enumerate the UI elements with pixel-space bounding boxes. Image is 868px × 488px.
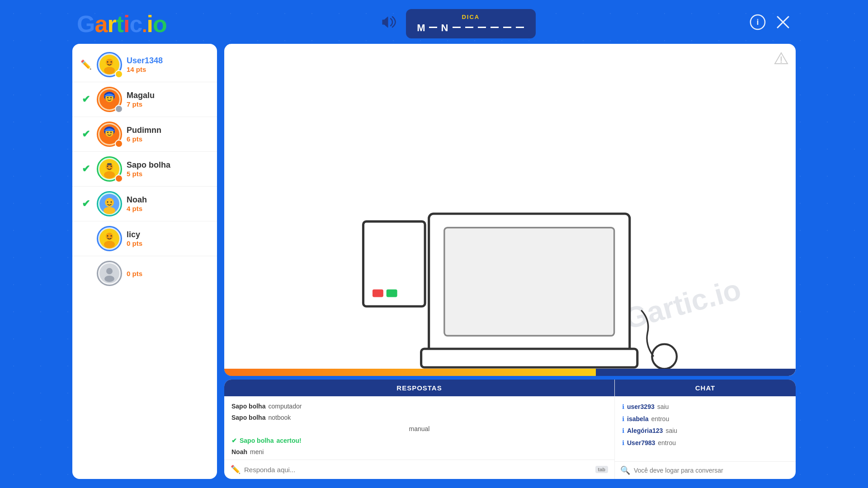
player-status-check: ✔ — [80, 163, 92, 175]
avatar-badge — [115, 70, 123, 78]
player-name: licy — [127, 230, 210, 239]
response-correct-text: acertou! — [276, 435, 301, 446]
player-status-pencil: ✏️ — [80, 59, 92, 70]
dica-blank-2 — [453, 27, 461, 28]
svg-rect-41 — [387, 289, 397, 297]
responses-section: RESPOSTAS Sapo bolha computador Sapo bol… — [224, 380, 615, 479]
dica-blank-4 — [478, 27, 486, 28]
avatar-container — [97, 52, 122, 77]
dica-box: DICA M N — [406, 9, 535, 38]
check-icon: ✔ — [82, 94, 90, 105]
chat-user: user3293 — [627, 401, 655, 413]
content-area: ✏️ Us — [72, 44, 796, 479]
chat-line: ℹ isabela entrou — [622, 413, 788, 425]
bottom-panel: RESPOSTAS Sapo bolha computador Sapo bol… — [224, 380, 796, 479]
respostas-header: RESPOSTAS — [224, 380, 614, 396]
player-points: 4 pts — [127, 205, 210, 212]
chat-info-icon: ℹ — [622, 401, 624, 413]
chat-action: saiu — [657, 401, 669, 413]
drawing-canvas: Gartic.io — [224, 44, 796, 376]
player-points: 14 pts — [127, 66, 210, 73]
check-icon: ✔ — [82, 163, 90, 174]
svg-point-23 — [111, 166, 112, 167]
main-container: Gartic.io DICA M N — [72, 9, 796, 479]
dica-blank-6 — [503, 27, 511, 28]
svg-text:Gartic.io: Gartic.io — [621, 273, 744, 336]
svg-point-22 — [107, 166, 108, 167]
chat-info-icon: ℹ — [622, 425, 624, 437]
answer-input[interactable] — [244, 466, 592, 474]
player-info: User1348 14 pts — [127, 56, 210, 73]
chat-info-icon: ℹ — [622, 413, 624, 425]
timer-bar-fill — [224, 369, 596, 376]
response-user: Noah — [231, 446, 247, 458]
close-button[interactable] — [775, 14, 791, 34]
dica-blank-7 — [516, 27, 524, 28]
player-info: Noah 4 pts — [127, 195, 210, 212]
player-name: Pudimnn — [127, 126, 210, 135]
chat-header: CHAT — [615, 380, 796, 396]
chat-user: Alegória123 — [627, 425, 663, 437]
logo: Gartic.io — [77, 10, 167, 38]
player-name: User1348 — [127, 56, 210, 66]
chat-section: CHAT ℹ user3293 saiu ℹ isabela entrou — [615, 380, 796, 479]
svg-point-28 — [107, 202, 108, 203]
chat-input[interactable] — [634, 467, 790, 474]
svg-point-21 — [104, 171, 115, 178]
avatar-container — [97, 261, 122, 286]
player-status-check: ✔ — [80, 198, 92, 210]
svg-point-6 — [104, 67, 115, 74]
avatar-container — [97, 122, 122, 147]
chat-action: saiu — [665, 425, 677, 437]
player-points: 0 pts — [127, 270, 210, 277]
svg-point-37 — [104, 276, 114, 282]
player-info: Magalu 7 pts — [127, 91, 210, 108]
chat-info-icon: ℹ — [622, 437, 624, 449]
svg-point-26 — [105, 198, 114, 207]
svg-point-36 — [106, 268, 113, 274]
response-text: computador — [268, 401, 302, 412]
svg-point-33 — [107, 235, 108, 237]
dica-letter-m: M — [417, 22, 425, 34]
svg-rect-44 — [421, 349, 637, 367]
response-user-correct: Sapo bolha — [240, 435, 274, 446]
svg-point-12 — [107, 97, 108, 99]
svg-point-8 — [111, 61, 112, 63]
player-name: Noah — [127, 195, 210, 205]
canvas-area: Gartic.io — [224, 44, 796, 376]
info-button[interactable]: i — [750, 14, 766, 34]
response-text: meni — [250, 446, 264, 458]
dica-blank-1 — [429, 27, 437, 28]
header-center: DICA M N — [381, 9, 535, 38]
player-item: 0 pts — [72, 256, 217, 291]
player-points: 7 pts — [127, 100, 210, 108]
sound-icon[interactable] — [381, 14, 397, 34]
avatar-container — [97, 191, 122, 216]
timer-bar-container — [224, 369, 796, 376]
pencil-icon: ✏️ — [80, 60, 92, 70]
response-line: Noah meni — [231, 446, 607, 458]
game-panel: Gartic.io — [224, 44, 796, 479]
player-info: licy 0 pts — [127, 230, 210, 247]
responses-content: Sapo bolha computador Sapo bolha notbook… — [224, 396, 614, 460]
avatar — [97, 226, 122, 251]
header: Gartic.io DICA M N — [72, 9, 796, 38]
svg-point-32 — [104, 241, 115, 248]
avatar-badge — [115, 140, 123, 148]
dica-blank-5 — [491, 27, 499, 28]
dica-letters: M N — [417, 22, 524, 34]
avatar-badge — [115, 105, 123, 113]
chat-input-area: 🔍 — [615, 461, 796, 479]
player-item: ✔ — [72, 82, 217, 117]
avatar-container — [97, 156, 122, 182]
player-points: 5 pts — [127, 170, 210, 178]
svg-rect-40 — [373, 289, 383, 297]
response-line: Sapo bolha notbook — [231, 412, 607, 423]
avatar — [97, 261, 122, 286]
svg-point-47 — [781, 61, 782, 63]
check-icon: ✔ — [82, 128, 90, 140]
avatar — [97, 191, 122, 216]
chat-line: ℹ Alegória123 saiu — [622, 425, 788, 437]
svg-point-34 — [111, 235, 112, 237]
svg-point-13 — [110, 97, 112, 99]
